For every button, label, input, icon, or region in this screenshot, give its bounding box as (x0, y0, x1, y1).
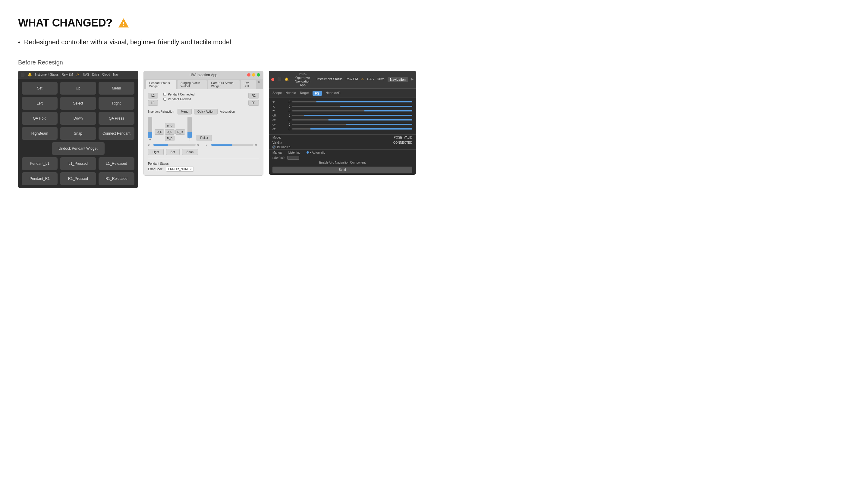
btn-menu[interactable]: Menu (98, 82, 134, 95)
btn-menu-hw[interactable]: Menu (178, 109, 192, 115)
sw2-slider-vertical-left[interactable] (148, 117, 152, 138)
btn-d-c[interactable]: D_C (165, 129, 175, 135)
btn-undock-pendant[interactable]: Undock Pendant Widget (52, 142, 104, 155)
btn-select[interactable]: Select (60, 97, 96, 110)
sw2-pendant-enabled-cb[interactable] (163, 98, 166, 101)
btn-set[interactable]: Set (22, 82, 58, 95)
sw3-field-qx: qx: 0 (273, 119, 412, 122)
btn-down[interactable]: Down (60, 112, 96, 125)
sw2-maximize-btn[interactable] (257, 73, 260, 76)
sw2-error-code-row: Error Code: ERROR_NONE ▾ (148, 167, 259, 172)
sw3-q0-slider[interactable] (292, 115, 412, 116)
sw1-row-3: QA Hold Down QA Press (22, 112, 134, 125)
sw3-subtab-needlear[interactable]: NeedleAR (326, 91, 341, 96)
sw3-subtabs: Scope Needle Target FG NeedleAR (269, 89, 416, 98)
sw2-close-btn[interactable] (247, 73, 250, 76)
btn-snap[interactable]: Snap (60, 127, 96, 140)
btn-set-hw[interactable]: Set (166, 149, 180, 155)
sw3-app-title: Intra-Operative Navigation App (292, 72, 313, 87)
btn-l1-released[interactable]: L1_Released (98, 157, 134, 170)
btn-r1-pressed[interactable]: R1_Pressed (60, 172, 96, 185)
sw3-subtab-needle[interactable]: Needle (285, 91, 296, 96)
sw3-y-slider[interactable] (292, 106, 412, 107)
btn-r1-released[interactable]: R1_Released (98, 172, 134, 185)
btn-r2[interactable]: R2 (248, 93, 259, 98)
sw3-radio-dot[interactable] (307, 151, 309, 154)
btn-highbeam[interactable]: HighBeam (22, 127, 58, 140)
sw3-close-dot[interactable] (271, 78, 274, 81)
sw3-tab-more: ▶ (411, 77, 413, 82)
btn-d-l[interactable]: D_L (155, 129, 164, 135)
sw3-icon2: 🔔 (284, 77, 289, 82)
sw2-left-slider: 0 (148, 117, 152, 141)
btn-connect-pendant[interactable]: Connect Pendant (98, 127, 134, 140)
sw2-error-code-select[interactable]: ERROR_NONE ▾ (166, 167, 194, 172)
sw2-checkboxes: Pendant Connected Pendant Enabled (160, 93, 246, 106)
sw2-slider-val-right: 0 (189, 138, 190, 141)
sw3-z-slider[interactable] (292, 110, 412, 111)
sw3-field-z: z: 0 (273, 109, 412, 113)
btn-d-r[interactable]: D_R (176, 129, 185, 135)
btn-d-d[interactable]: D_D (165, 135, 175, 141)
sw3-subtab-fg[interactable]: FG (313, 91, 322, 96)
btn-send[interactable]: Send (273, 167, 412, 173)
sw2-insertion-label: Insertion/Retraction (148, 110, 175, 113)
sw2-tab-idm[interactable]: IDM Stat (241, 80, 256, 89)
sw2-pendant-connected-row: Pendant Connected (163, 93, 243, 96)
sw2-error-code-value: ERROR_NONE (168, 167, 190, 171)
btn-pendant-l1[interactable]: Pendant_L1 (22, 157, 58, 170)
sw2-h-slider-1-row: 0 0 0 0 (148, 143, 259, 147)
sw1-row-1: Set Up Menu (22, 82, 134, 95)
sw3-q0-label: q0: (273, 114, 281, 117)
btn-relax[interactable]: Relax (196, 135, 212, 141)
sw3-qx-slider[interactable] (292, 119, 412, 121)
sw3-subtab-scope[interactable]: Scope (273, 91, 282, 96)
btn-d-u[interactable]: D_U (165, 123, 175, 128)
sw2-slider-vertical-right[interactable] (187, 117, 192, 138)
sw1-row-2: Left Select Right (22, 97, 134, 110)
sw2-articulation-label: Articulation (220, 110, 235, 113)
sw3-tab-rawem: Raw EM (345, 77, 358, 82)
btn-pendant-r1[interactable]: Pendant_R1 (22, 172, 58, 185)
sw3-tab-navigation[interactable]: Navigation (388, 77, 408, 82)
btn-qa-hold[interactable]: QA Hold (22, 112, 58, 125)
sw3-q0-value: 0 (281, 114, 292, 117)
sw2-window-controls (247, 73, 260, 76)
sw2-pendant-connected-cb[interactable] (163, 93, 166, 96)
btn-l1[interactable]: L1 (148, 100, 158, 106)
sw3-is-bundled-cb[interactable]: ✓ (273, 145, 276, 149)
sw3-x-slider[interactable] (292, 101, 412, 102)
sw2-tab-cart-pdu[interactable]: Cart PDU Status Widget (208, 80, 239, 89)
sw2-light-set-snap: Light Set Snap (148, 149, 259, 155)
sw3-automatic-label: • Automatic (310, 151, 325, 154)
sw3-field-x: x: 0 (273, 100, 412, 104)
sw3-subtab-target[interactable]: Target (300, 91, 309, 96)
btn-l1-pressed[interactable]: L1_Pressed (60, 157, 96, 170)
sw2-r-buttons: R2 R1 (248, 93, 259, 106)
btn-up[interactable]: Up (60, 82, 96, 95)
sw3-qy-slider[interactable] (292, 124, 412, 125)
btn-light[interactable]: Light (148, 149, 164, 155)
screenshot-controller: ⬛ 🔔 Instrument Status Raw EM ⚠ UAS Drive… (18, 71, 138, 188)
sw3-qz-slider[interactable] (292, 128, 412, 130)
sw2-tab-pendant-status[interactable]: Pendant Status Widget (146, 80, 176, 89)
btn-l2[interactable]: L2 (148, 93, 158, 98)
sw3-z-value: 0 (281, 109, 292, 113)
btn-right[interactable]: Right (98, 97, 134, 110)
sw2-tab-staging[interactable]: Staging Status Widget (178, 80, 207, 89)
sw3-qx-label: qx: (273, 119, 281, 122)
sw1-icon-instrument: ⬛ (21, 73, 25, 76)
sw3-is-bundled-label: IsBundled (277, 145, 290, 149)
sw3-rate-input[interactable] (287, 156, 299, 160)
sw2-minimize-btn[interactable] (252, 73, 255, 76)
screenshot-hw-injection: HW Injection App Pendant Status Widget S… (144, 71, 264, 175)
btn-left[interactable]: Left (22, 97, 58, 110)
btn-qa-press[interactable]: QA Press (98, 112, 134, 125)
btn-r1-hw[interactable]: R1 (248, 100, 259, 106)
btn-quick-action[interactable]: Quick Action (194, 109, 218, 115)
sw2-h-slider-2[interactable] (211, 144, 253, 146)
sw3-mode-row: Mode: POSE_VALID (269, 134, 416, 140)
sw2-h-slider-1[interactable] (153, 144, 195, 146)
before-redesign-label: Before Redesign (18, 59, 416, 66)
btn-snap-hw[interactable]: Snap (182, 149, 198, 155)
